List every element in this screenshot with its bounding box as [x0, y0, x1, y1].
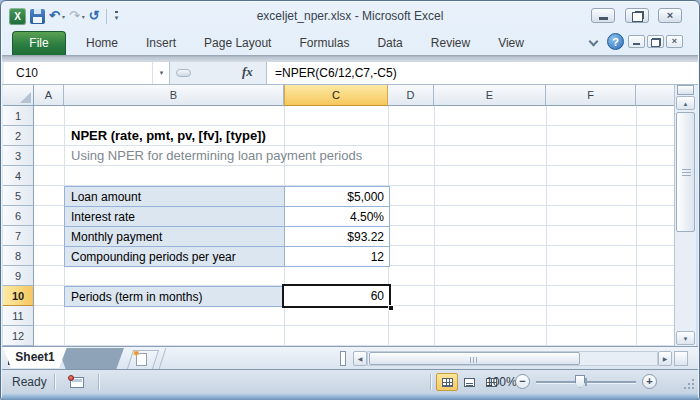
- page-layout-view-button[interactable]: [458, 373, 480, 391]
- formula-input[interactable]: =NPER(C6/12,C7,-C5): [267, 62, 698, 84]
- excel-window: X ↶ ▾ ↷ ▾ ↺ ▾ exceljet_nper.xlsx - Micro…: [0, 0, 700, 400]
- macro-icon: [70, 377, 84, 388]
- cell-c5-value[interactable]: $5,000: [284, 186, 390, 207]
- cell-c6-value[interactable]: 4.50%: [284, 206, 390, 227]
- zoom-out-button[interactable]: −: [515, 374, 530, 389]
- gridline-vertical: [546, 106, 547, 346]
- tab-file[interactable]: File: [12, 31, 66, 55]
- tab-data[interactable]: Data: [363, 30, 416, 55]
- record-dot-icon: [68, 375, 74, 381]
- help-button[interactable]: ?: [607, 33, 624, 50]
- zoom-slider-thumb[interactable]: [575, 375, 585, 388]
- page-layout-icon: [464, 378, 475, 387]
- row-header-8[interactable]: 8: [3, 246, 34, 266]
- row-header-5[interactable]: 5: [3, 186, 34, 206]
- status-divider: [54, 374, 55, 390]
- close-button[interactable]: ×: [658, 8, 682, 23]
- zoom-slider-midpoint: [585, 378, 587, 386]
- cell-b6-label[interactable]: Interest rate: [64, 206, 285, 227]
- formula-bar-splitter[interactable]: [176, 69, 191, 77]
- scroll-right-button[interactable]: ▶: [658, 351, 672, 366]
- formula-bar: C10 ▼ fx =NPER(C6/12,C7,-C5): [2, 62, 698, 85]
- workbook-restore-button[interactable]: [647, 35, 664, 48]
- cell-b7-label[interactable]: Monthly payment: [64, 226, 285, 247]
- scroll-down-button[interactable]: ▼: [676, 331, 695, 345]
- cell-b5-label[interactable]: Loan amount: [64, 186, 285, 207]
- tab-split-handle[interactable]: [340, 351, 346, 366]
- sheet-tab-border: [58, 348, 124, 370]
- scroll-up-button[interactable]: ▲: [676, 96, 695, 110]
- row-header-11[interactable]: 11: [3, 306, 34, 326]
- zoom-level-label[interactable]: 100%: [486, 375, 517, 389]
- tab-home[interactable]: Home: [72, 30, 132, 55]
- row-header-7[interactable]: 7: [3, 226, 34, 246]
- cell-b3-subtitle[interactable]: Using NPER for determining loan payment …: [71, 146, 362, 166]
- column-header-b[interactable]: B: [64, 85, 284, 106]
- tab-page-layout[interactable]: Page Layout: [190, 30, 285, 55]
- expand-ribbon-chevron-icon[interactable]: [589, 37, 599, 47]
- cell-b2-title[interactable]: NPER (rate, pmt, pv, [fv], [type]): [71, 126, 266, 146]
- name-box[interactable]: C10: [4, 62, 170, 84]
- row-header-9[interactable]: 9: [3, 266, 34, 286]
- cell-b8-label[interactable]: Compounding periods per year: [64, 246, 285, 267]
- row-header-3[interactable]: 3: [3, 146, 34, 166]
- insert-star-icon: ✱: [133, 349, 140, 358]
- split-handle-vertical[interactable]: [677, 85, 694, 95]
- tab-insert[interactable]: Insert: [132, 30, 190, 55]
- status-bar: Ready 100% − +: [2, 369, 698, 393]
- vertical-scrollbar-thumb[interactable]: [676, 112, 695, 232]
- split-handle-horizontal[interactable]: [674, 351, 688, 366]
- tab-view[interactable]: View: [484, 30, 538, 55]
- status-mode-label: Ready: [12, 375, 47, 389]
- cell-c7-value[interactable]: $93.22: [284, 226, 390, 247]
- sheet-tab-sheet1[interactable]: Sheet1: [3, 347, 67, 368]
- normal-view-icon: [442, 378, 453, 387]
- status-divider: [430, 374, 431, 390]
- gridline-vertical: [636, 106, 637, 346]
- ribbon-tab-row: File Home Insert Page Layout Formulas Da…: [2, 29, 698, 55]
- column-header-c-selected[interactable]: C: [284, 85, 388, 106]
- cell-c10-selected[interactable]: 60: [282, 284, 391, 308]
- status-divider: [98, 374, 99, 390]
- row-header-12[interactable]: 12: [3, 326, 34, 346]
- insert-function-button[interactable]: fx: [242, 64, 253, 80]
- select-all-corner[interactable]: [3, 85, 34, 106]
- name-box-dropdown-icon[interactable]: ▼: [152, 62, 170, 84]
- insert-worksheet-icon[interactable]: ✱: [136, 353, 147, 366]
- minimize-button[interactable]: [591, 8, 615, 23]
- row-header-10-selected[interactable]: 10: [3, 286, 34, 306]
- zoom-in-button[interactable]: +: [642, 374, 657, 389]
- record-macro-button[interactable]: [64, 374, 90, 391]
- tab-formulas[interactable]: Formulas: [285, 30, 363, 55]
- tab-separator: [159, 348, 167, 369]
- sheet-tab-bar: ◀ ◀ ▶ ▶ Sheet1 ✱ ◀ ▶: [2, 346, 698, 369]
- column-header-d[interactable]: D: [388, 85, 434, 106]
- resize-grip[interactable]: [684, 379, 694, 389]
- restore-button[interactable]: [625, 8, 649, 23]
- normal-view-button[interactable]: [436, 373, 458, 391]
- cell-b10-label[interactable]: Periods (term in months): [64, 286, 285, 307]
- row-header-1[interactable]: 1: [3, 106, 34, 126]
- column-header-f[interactable]: F: [546, 85, 636, 106]
- workbook-close-button[interactable]: ×: [666, 35, 683, 48]
- title-bar[interactable]: X ↶ ▾ ↷ ▾ ↺ ▾ exceljet_nper.xlsx - Micro…: [2, 2, 698, 29]
- vertical-scrollbar[interactable]: ▲ ▼: [674, 85, 696, 346]
- workbook-minimize-button[interactable]: [628, 35, 645, 48]
- column-header-g[interactable]: G: [636, 85, 674, 106]
- tab-review[interactable]: Review: [417, 30, 484, 55]
- column-header-a[interactable]: A: [34, 85, 64, 106]
- gridline-vertical: [434, 106, 435, 346]
- row-header-6[interactable]: 6: [3, 206, 34, 226]
- ribbon-minimized-strip: [2, 55, 698, 62]
- row-header-2[interactable]: 2: [3, 126, 34, 146]
- ribbon-tabs: Home Insert Page Layout Formulas Data Re…: [72, 30, 538, 55]
- worksheet-grid: A B C D E F G 1 2 3 4 5 6 7 8 9 10 11 12…: [3, 85, 674, 346]
- window-bottom-frame: [2, 393, 698, 400]
- scroll-left-button[interactable]: ◀: [353, 351, 367, 366]
- row-header-4[interactable]: 4: [3, 166, 34, 186]
- column-header-e[interactable]: E: [434, 85, 546, 106]
- horizontal-scrollbar-thumb[interactable]: [369, 352, 580, 365]
- cell-c8-value[interactable]: 12: [284, 246, 390, 267]
